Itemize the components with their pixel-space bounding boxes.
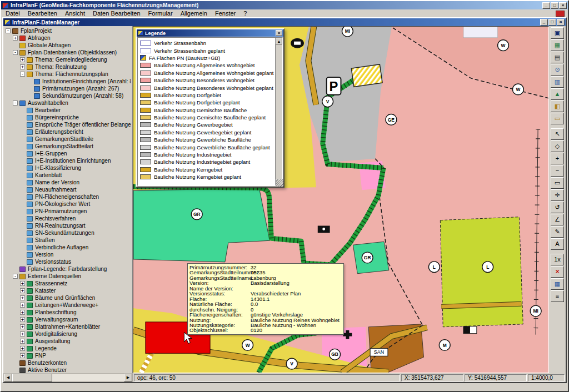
legend-scrollbar[interactable]: ▲ ▼: [275, 38, 282, 185]
menu-item[interactable]: Daten Bearbeiten: [89, 10, 144, 17]
tree-item[interactable]: +Benutzerkonten: [4, 359, 131, 366]
tree-item[interactable]: -Auswahltabellen: [4, 99, 131, 107]
close-icon[interactable]: ×: [559, 2, 567, 9]
grid-icon[interactable]: ▦: [551, 278, 564, 290]
legend-entry[interactable]: Bauliche Nutzung Gewerbliche Baufläche: [140, 136, 274, 143]
tree-item[interactable]: +RN-Realnutzungsart: [4, 222, 131, 229]
tree-item[interactable]: +Legende: [4, 345, 131, 352]
document-icon[interactable]: [556, 11, 565, 17]
tree-item[interactable]: +Neuaufnahmeart: [4, 186, 131, 193]
collapse-icon[interactable]: -: [13, 100, 18, 105]
legend-entry[interactable]: Bauliche Nutzung Kerngebiet geplant: [140, 173, 274, 180]
scrollbar-thumb[interactable]: [12, 374, 52, 381]
expand-icon[interactable]: +: [20, 317, 25, 322]
expand-icon[interactable]: +: [20, 288, 25, 293]
delete-icon[interactable]: ✕: [551, 266, 564, 278]
map-view[interactable]: P SAN: [133, 26, 549, 373]
tree-item[interactable]: +Name der Version: [4, 179, 131, 186]
tree-item[interactable]: +Leitungen+Wanderwege+: [4, 301, 131, 309]
tree-item[interactable]: +Bäume und Grünflächen: [4, 294, 131, 301]
menu-item[interactable]: ?: [239, 10, 251, 17]
datamanager-title-bar[interactable]: InfraPlanF-DatenManager _ □ ×: [3, 18, 566, 26]
collapse-icon[interactable]: -: [13, 50, 18, 55]
tree-item[interactable]: +Thema: Gemeindegliederung: [4, 56, 131, 63]
expand-icon[interactable]: +: [20, 353, 25, 358]
chart-icon[interactable]: ▲: [551, 88, 564, 100]
tree-item[interactable]: +Globale Abfragen: [4, 42, 131, 49]
legend-entry[interactable]: Bauliche Nutzung Industriegebiet geplant: [140, 158, 274, 165]
tree-item[interactable]: +Einsprüche Träger öffentlicher Belange: [4, 121, 131, 128]
expand-icon[interactable]: +: [20, 310, 25, 315]
legend-entry[interactable]: Bauliche Nutzung Besonderes Wohngebiet g…: [140, 84, 274, 91]
menu-item[interactable]: Allgemein: [177, 10, 211, 17]
measure-icon[interactable]: ∠: [551, 214, 564, 225]
legend-entry[interactable]: Bauliche Nutzung Kerngebiet: [140, 166, 274, 173]
legend-entry[interactable]: Bauliche Nutzung Dorfgebiet: [140, 92, 274, 99]
menu-item[interactable]: Datei: [2, 10, 24, 17]
edit-icon[interactable]: ✎: [551, 226, 564, 238]
collapse-icon[interactable]: -: [6, 28, 11, 33]
expand-icon[interactable]: +: [20, 324, 25, 329]
tree-item[interactable]: +FNP: [4, 352, 131, 359]
scroll-left-icon[interactable]: ◀: [4, 374, 12, 381]
menu-item[interactable]: Ansicht: [61, 10, 89, 17]
expand-icon[interactable]: +: [20, 346, 25, 351]
zoom-in-icon[interactable]: +: [551, 153, 564, 164]
collapse-icon[interactable]: -: [13, 274, 18, 279]
legend-entry[interactable]: Bauliche Nutzung Gemischte Baufläche gep…: [140, 114, 274, 121]
tree-item[interactable]: +GemarkungsStadtteilart: [4, 143, 131, 150]
tree-item[interactable]: +Thema: Realnutzung: [4, 63, 131, 71]
tree-item[interactable]: +Primärnutzungen (Anzahl: 267): [4, 85, 131, 92]
tree-item[interactable]: +Version: [4, 251, 131, 258]
legend-entry[interactable]: Bauliche Nutzung Gemischte Baufläche: [140, 107, 274, 114]
expand-icon[interactable]: +: [20, 281, 25, 286]
expand-icon[interactable]: +: [20, 57, 25, 62]
legend-entry[interactable]: Verkehr Strassenbahn: [140, 39, 274, 47]
tree-item[interactable]: +Kartenblatt: [4, 172, 131, 179]
tree-item[interactable]: +Aktive Benutzer: [4, 366, 131, 373]
legend-entry[interactable]: Bauliche Nutzung Besonderes Wohngebiet: [140, 77, 274, 84]
scroll-up-icon[interactable]: ▲: [276, 38, 282, 44]
tree-item[interactable]: +GemarkungenStadtteile: [4, 135, 131, 143]
label-icon[interactable]: A: [551, 238, 564, 250]
restore-icon[interactable]: □: [548, 19, 556, 26]
tree-item[interactable]: +Strassennetz: [4, 280, 131, 287]
window-icon[interactable]: ▣: [551, 27, 564, 39]
legend-entry[interactable]: FA Flächen PN (BauNutz+GB): [140, 54, 274, 62]
tree-item[interactable]: +Verbindliche Auflagen: [4, 244, 131, 251]
tree-item[interactable]: +Bürgereinsprüche: [4, 114, 131, 121]
menu-item[interactable]: Bearbeiten: [24, 10, 61, 17]
select-arrow-icon[interactable]: ↖: [551, 128, 564, 140]
minimize-icon[interactable]: _: [540, 19, 548, 26]
zoom-out-icon[interactable]: −: [551, 165, 564, 177]
tree-item[interactable]: -Externe Datenquellen: [4, 273, 131, 280]
map-window-icon[interactable]: ▦: [551, 39, 564, 51]
zoom-window-icon[interactable]: ⊙: [551, 64, 564, 76]
tree-item[interactable]: +Versionsstatus: [4, 258, 131, 265]
menu-item[interactable]: Formular: [144, 10, 177, 17]
expand-icon[interactable]: +: [20, 295, 25, 300]
expand-icon[interactable]: +: [20, 303, 25, 308]
tree-item[interactable]: +PN-Primärnutzungen: [4, 208, 131, 215]
legend-entry[interactable]: Bauliche Nutzung Industriegebiet: [140, 151, 274, 158]
tree-item[interactable]: +PN-Ökologischer Wert: [4, 200, 131, 208]
legend-entry[interactable]: Bauliche Nutzung Allgemeines Wohngebiet …: [140, 69, 274, 77]
legend-entry[interactable]: Verkehr Strassenbahn geplant: [140, 47, 274, 54]
legend-entry[interactable]: Bauliche Nutzung Dorfgebiet geplant: [140, 99, 274, 106]
tree-item[interactable]: -FplanProjekt: [4, 27, 131, 34]
maximize-icon[interactable]: □: [551, 2, 558, 9]
scrollbar-track[interactable]: [52, 374, 124, 381]
tree-item[interactable]: +Planbeschriftung: [4, 309, 131, 316]
tree-item[interactable]: +Abfragen: [4, 34, 131, 42]
tree-item[interactable]: +Rechtsverfahren: [4, 215, 131, 222]
expand-icon[interactable]: +: [13, 36, 18, 41]
legend-entry[interactable]: Bauliche Nutzung Allgemeines Wohngebiet: [140, 62, 274, 69]
zoom-fit-icon[interactable]: ▭: [551, 177, 564, 189]
tree-item[interactable]: +Ausgestaltung: [4, 338, 131, 345]
close-icon[interactable]: ×: [276, 30, 282, 36]
palette-icon[interactable]: ◧: [551, 100, 564, 112]
tree-item[interactable]: +Sekundärnutzungen (Anzahl: 58): [4, 92, 131, 99]
legend-entry[interactable]: Bauliche Nutzung Gewerbegebiet: [140, 121, 274, 128]
tree-item[interactable]: +Bearbeiter: [4, 107, 131, 114]
folder-icon[interactable]: ▭: [551, 113, 564, 124]
